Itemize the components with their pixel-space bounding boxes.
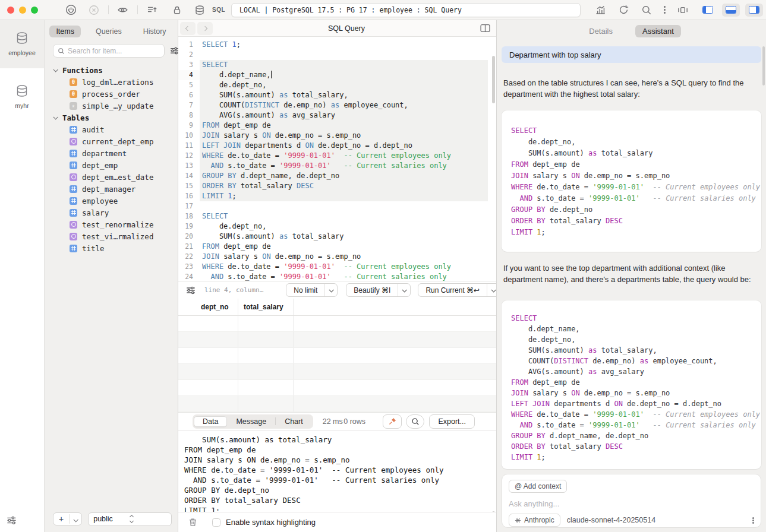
- eye-icon[interactable]: [117, 4, 128, 15]
- anthropic-logo-icon: [515, 517, 521, 524]
- export-button[interactable]: Export...: [429, 414, 475, 429]
- layout-left-icon[interactable]: [699, 4, 717, 17]
- chevron-down-icon[interactable]: [70, 514, 81, 524]
- sidebar-item-process_order[interactable]: 0process_order: [45, 88, 178, 100]
- tab-queries[interactable]: Queries: [89, 26, 128, 37]
- sidebar-item-audit[interactable]: audit: [45, 124, 178, 135]
- syntax-highlight-checkbox[interactable]: [212, 518, 220, 527]
- schema-select[interactable]: public: [88, 512, 172, 526]
- function-icon: 0: [70, 78, 77, 86]
- layout-bottom-icon[interactable]: [722, 4, 740, 17]
- tab-chart[interactable]: Chart: [276, 416, 312, 427]
- tab-assistant[interactable]: Assistant: [635, 25, 681, 37]
- minimize-window-button[interactable]: [19, 7, 26, 14]
- column-header-dept_no[interactable]: dept_no: [196, 299, 238, 315]
- conversation-title[interactable]: Department with top salary: [502, 46, 761, 63]
- sql-editor[interactable]: 1SELECT 1;2 3SELECT4 d.dept_name,5 de.de…: [178, 37, 496, 281]
- more-icon[interactable]: [664, 9, 666, 11]
- assistant-paragraph: If you want to see the top department wi…: [503, 262, 758, 285]
- table-row[interactable]: [178, 316, 496, 332]
- add-context-button[interactable]: @ Add context: [509, 480, 567, 493]
- right-panel-scrollbar[interactable]: [762, 46, 765, 86]
- sliders-icon[interactable]: [6, 515, 17, 526]
- back-button[interactable]: [180, 22, 196, 35]
- assistant-code-block-2[interactable]: SELECT d.dept_name, de.dept_no, SUM(s.am…: [502, 300, 761, 469]
- column-header-total_salary[interactable]: total_salary: [238, 299, 294, 315]
- tree-section-tables[interactable]: Tables: [45, 112, 178, 124]
- editor-tabstrip: SQL Query: [178, 20, 496, 37]
- sidebar-item-dept_emp[interactable]: dept_emp: [45, 159, 178, 171]
- search-icon[interactable]: [641, 5, 652, 15]
- tab-data[interactable]: Data: [194, 416, 227, 427]
- sidebar-item-test_renormalize[interactable]: test_renormalize: [45, 218, 178, 230]
- toolbar-divider: [108, 5, 109, 14]
- database-icon[interactable]: [194, 5, 205, 15]
- more-icon[interactable]: [752, 520, 754, 521]
- trash-icon[interactable]: [188, 517, 198, 527]
- split-editor-icon[interactable]: [480, 24, 490, 33]
- traffic-lights: [7, 7, 38, 14]
- lock-icon[interactable]: [172, 5, 182, 15]
- editor-statusbar: line 4, column… No limit Beautify ⌘I Run…: [178, 281, 496, 299]
- ask-input[interactable]: [509, 499, 754, 508]
- editor-line-21: 21FROM dept_emp de: [178, 242, 496, 252]
- zoom-window-button[interactable]: [31, 7, 38, 14]
- provider-chip[interactable]: Anthropic: [509, 514, 560, 527]
- close-window-button[interactable]: [7, 7, 14, 14]
- item-search-field[interactable]: [53, 44, 165, 58]
- search-input[interactable]: [68, 47, 160, 55]
- message-panel[interactable]: SUM(s.amount) as total_salaryFROM dept_e…: [178, 430, 496, 512]
- sidebar-item-department[interactable]: department: [45, 147, 178, 159]
- tab-details[interactable]: Details: [582, 25, 620, 37]
- editor-line-15: 15ORDER BY total_salary DESC: [178, 181, 496, 191]
- add-item-button[interactable]: +: [53, 512, 82, 525]
- table-row[interactable]: [178, 348, 496, 364]
- beautify-button[interactable]: Beautify ⌘I: [346, 283, 411, 297]
- table-row[interactable]: [178, 332, 496, 348]
- connection-myhr[interactable]: myhr: [0, 68, 44, 122]
- view-icon: [70, 221, 77, 229]
- sidebar-item-current_dept_emp[interactable]: current_dept_emp: [45, 135, 178, 147]
- connection-title: LOCAL | PostgreSQL 17.5 : PG 17 : employ…: [239, 6, 462, 14]
- message-footer: Enable syntax highlighting: [178, 512, 496, 532]
- sidebar-item-test_vi…rmalized[interactable]: test_vi…rmalized: [45, 230, 178, 242]
- tab-message[interactable]: Message: [227, 416, 275, 427]
- chevron-down-icon[interactable]: [398, 284, 410, 296]
- close-circle-icon[interactable]: [89, 5, 99, 15]
- chart-icon[interactable]: [595, 4, 606, 15]
- sidebar-item-employee[interactable]: employee: [45, 195, 178, 207]
- assistant-code-block-1[interactable]: SELECT de.dept_no, SUM(s.amount) as tota…: [502, 110, 761, 252]
- run-current-button[interactable]: Run Current ⌘↩: [418, 283, 500, 297]
- connection-employee[interactable]: employee: [0, 20, 44, 68]
- table-row[interactable]: [178, 364, 496, 380]
- assistant-panel: Details Assistant Department with top sa…: [496, 20, 766, 532]
- search-results-button[interactable]: [406, 414, 424, 429]
- tab-bar-icon[interactable]: [676, 5, 689, 15]
- editor-scrollbar[interactable]: [492, 56, 495, 103]
- chevron-down-icon[interactable]: [324, 284, 337, 296]
- table-row[interactable]: [178, 380, 496, 396]
- sidebar-item-title[interactable]: title: [45, 242, 178, 254]
- editor-line-17: 17: [178, 201, 496, 211]
- power-connect-icon[interactable]: [65, 4, 77, 15]
- sidebar-item-dept_manager[interactable]: dept_manager: [45, 183, 178, 195]
- tree-section-functions[interactable]: Functions: [45, 64, 178, 76]
- sidebar-item-log_dml…erations[interactable]: 0log_dml…erations: [45, 76, 178, 88]
- sidebar-item-simple_…y_update[interactable]: ✳simple_…y_update: [45, 100, 178, 112]
- pending-changes-icon[interactable]: [146, 4, 157, 15]
- sidebar-item-dept_em…est_date[interactable]: dept_em…est_date: [45, 171, 178, 183]
- tab-items[interactable]: Items: [49, 26, 81, 37]
- connection-title-field[interactable]: LOCAL | PostgreSQL 17.5 : PG 17 : employ…: [231, 3, 581, 17]
- table-row[interactable]: [178, 396, 496, 412]
- pin-result-button[interactable]: [383, 414, 402, 429]
- database-icon: [15, 84, 29, 98]
- editor-line-5: 5 de.dept_no,: [178, 80, 496, 90]
- tab-history[interactable]: History: [137, 26, 173, 37]
- layout-right-icon[interactable]: [745, 4, 763, 17]
- reload-icon[interactable]: [618, 4, 629, 15]
- message-line: LIMIT 1;: [184, 505, 496, 512]
- forward-button[interactable]: [197, 22, 213, 35]
- limit-dropdown[interactable]: No limit: [286, 283, 338, 297]
- sidebar-item-salary[interactable]: salary: [45, 207, 178, 218]
- sliders-icon[interactable]: [185, 285, 196, 296]
